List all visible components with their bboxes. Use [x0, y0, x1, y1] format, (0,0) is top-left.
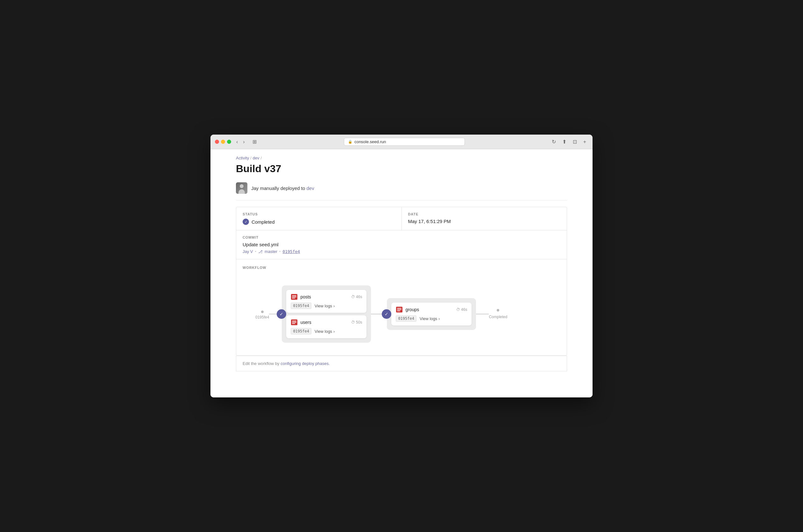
status-value: ✓ Completed	[243, 218, 395, 225]
workflow-footer-text: Edit the workflow by	[243, 361, 279, 366]
share-button[interactable]: ⬆	[560, 138, 568, 146]
deploy-info: Jay manually deployed to dev	[236, 182, 567, 201]
configure-phases-link[interactable]: configuring deploy phases.	[280, 361, 330, 366]
svg-rect-6	[292, 322, 296, 323]
start-dot	[261, 310, 263, 313]
nav-buttons: ‹ ›	[234, 138, 247, 146]
users-service-icon	[291, 319, 298, 325]
users-name: users	[300, 320, 311, 325]
date-value: May 17, 6:51:29 PM	[408, 218, 561, 224]
end-dot	[497, 309, 499, 311]
deploy-user: Jay	[251, 186, 258, 191]
info-table: STATUS ✓ Completed DATE May 17, 6:51:29 …	[236, 207, 567, 356]
groups-card: groups ⏱ 46s 0195fe4 View logs ›	[391, 303, 472, 325]
traffic-lights	[215, 140, 231, 144]
commit-label: COMMIT	[243, 235, 560, 239]
forward-button[interactable]: ›	[241, 138, 247, 146]
groups-hash: 0195fe4	[396, 315, 417, 322]
workflow-cell: WORKFLOW 0195fe4	[236, 259, 567, 356]
users-clock-icon: ⏱	[351, 320, 355, 325]
lock-icon: 🔒	[348, 140, 352, 144]
deploy-action: manually deployed to	[260, 186, 307, 191]
status-text: Completed	[252, 219, 275, 225]
svg-rect-2	[292, 297, 296, 297]
posts-clock-icon: ⏱	[351, 294, 355, 299]
posts-name: posts	[300, 294, 311, 299]
phase1-check-icon: ✓	[277, 309, 286, 319]
commit-branch[interactable]: master	[264, 249, 277, 254]
start-label: 0195fe4	[255, 315, 269, 320]
users-time: ⏱ 50s	[351, 320, 362, 325]
commit-hash[interactable]: 0195fe4	[282, 249, 300, 254]
svg-rect-1	[292, 295, 296, 296]
url-text: console.seed.run	[354, 139, 386, 144]
groups-footer: 0195fe4 View logs ›	[396, 315, 467, 322]
groups-clock-icon: ⏱	[456, 307, 460, 312]
svg-rect-7	[292, 323, 295, 324]
sidebar-toggle-button[interactable]: ⊞	[250, 138, 259, 146]
line-phase2-end	[476, 314, 489, 315]
breadcrumb-sep-1: /	[250, 156, 251, 160]
close-button[interactable]	[215, 140, 219, 144]
groups-time-value: 46s	[461, 307, 467, 312]
url-input[interactable]: 🔒 console.seed.run	[344, 138, 465, 146]
phase2-check-icon: ✓	[382, 309, 391, 319]
users-hash: 0195fe4	[291, 328, 311, 335]
new-tab-button[interactable]: +	[581, 138, 588, 146]
end-label: Completed	[489, 315, 507, 319]
posts-time: ⏱ 46s	[351, 294, 362, 299]
maximize-button[interactable]	[227, 140, 231, 144]
page-title: Build v37	[236, 163, 567, 175]
date-cell: DATE May 17, 6:51:29 PM	[402, 207, 567, 230]
groups-time: ⏱ 46s	[456, 307, 467, 312]
back-button[interactable]: ‹	[234, 138, 240, 146]
svg-rect-10	[397, 309, 401, 310]
users-time-value: 50s	[356, 320, 362, 325]
groups-service-icon	[396, 306, 403, 313]
posts-hash: 0195fe4	[291, 303, 311, 309]
status-cell: STATUS ✓ Completed	[236, 207, 402, 230]
groups-name: groups	[405, 307, 419, 312]
commit-author[interactable]: Jay V	[243, 249, 253, 254]
workflow-footer: Edit the workflow by configuring deploy …	[236, 356, 567, 371]
avatar	[236, 182, 248, 194]
commit-sep-1: •	[255, 249, 257, 254]
browser-chrome: ‹ › ⊞ 🔒 console.seed.run ↻ ⬆ ⊡ +	[211, 135, 592, 149]
users-footer: 0195fe4 View logs ›	[291, 328, 362, 335]
minimize-button[interactable]	[221, 140, 225, 144]
workflow-diagram: 0195fe4 ✓	[243, 279, 560, 349]
commit-cell: COMMIT Update seed.yml Jay V • ⎇ master …	[236, 230, 567, 259]
users-logs-link[interactable]: View logs ›	[314, 329, 335, 334]
posts-service-icon	[291, 294, 298, 300]
date-label: DATE	[408, 212, 561, 216]
svg-rect-5	[292, 321, 296, 321]
workflow-row: WORKFLOW 0195fe4	[236, 259, 567, 356]
users-card-header: users ⏱ 50s	[291, 319, 362, 325]
deploy-target[interactable]: dev	[306, 186, 314, 191]
posts-time-value: 46s	[356, 294, 362, 299]
breadcrumb: Activity / dev /	[236, 156, 567, 160]
refresh-button[interactable]: ↻	[550, 138, 558, 146]
commit-meta: Jay V • ⎇ master • 0195fe4	[243, 249, 560, 254]
deploy-text: Jay manually deployed to dev	[251, 186, 314, 191]
commit-row: COMMIT Update seed.yml Jay V • ⎇ master …	[236, 230, 567, 259]
groups-logs-link[interactable]: View logs ›	[420, 316, 440, 321]
posts-footer: 0195fe4 View logs ›	[291, 303, 362, 309]
tab-button[interactable]: ⊡	[571, 138, 579, 146]
breadcrumb-activity[interactable]: Activity	[236, 156, 249, 160]
address-bar: 🔒 console.seed.run	[262, 138, 547, 146]
phase2-group: ✓	[387, 298, 476, 330]
workflow-label: WORKFLOW	[243, 266, 560, 269]
breadcrumb-sep-2: /	[260, 156, 261, 160]
status-date-row: STATUS ✓ Completed DATE May 17, 6:51:29 …	[236, 207, 567, 230]
status-check-icon: ✓	[243, 218, 249, 225]
svg-rect-9	[397, 308, 401, 309]
svg-rect-3	[292, 298, 295, 299]
users-card: users ⏱ 50s 0195fe4 View logs ›	[286, 315, 366, 338]
posts-logs-link[interactable]: View logs ›	[314, 304, 335, 308]
posts-card: posts ⏱ 46s 0195fe4 View logs ›	[286, 290, 366, 313]
breadcrumb-dev[interactable]: dev	[253, 156, 259, 160]
commit-sep-2: •	[279, 249, 281, 254]
commit-message: Update seed.yml	[243, 242, 560, 247]
branch-icon: ⎇	[258, 249, 263, 254]
